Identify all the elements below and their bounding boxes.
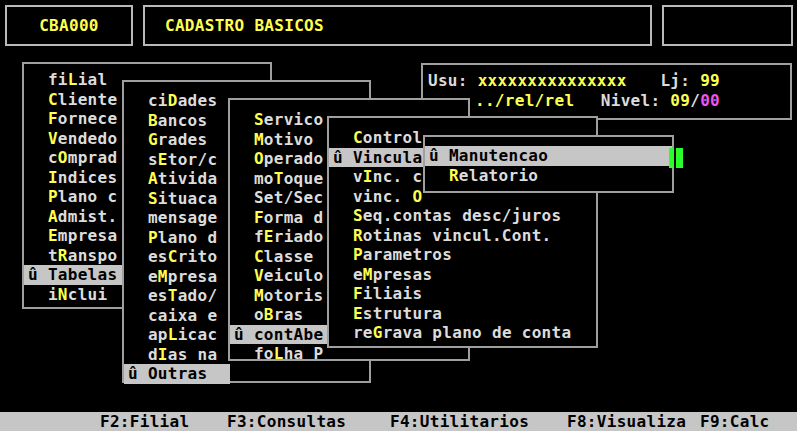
marker-space [128,228,148,247]
terminal-screen: CBA000 CADASTRO BASICOS Usu: xxxxxxxxxxx… [0,0,797,431]
marker-space [429,166,449,185]
menu-item-label: fiLial [48,70,108,89]
marker-space [128,286,148,305]
menu-item-label: sEtor/c [148,150,218,169]
menu-item[interactable]: Filiais [329,284,596,304]
marker-space [128,111,148,130]
menu-item-label: eMpresa [148,267,218,286]
menu-item-selected[interactable]: û Tabelas [24,265,122,285]
menu-item-label: Admist. [48,207,118,226]
hotkey-letter: L [274,344,284,363]
menu-item-selected[interactable]: û contAbe [230,325,329,345]
menu-item[interactable]: Estrutura [329,304,596,324]
marker-space [333,323,353,342]
page-title: CADASTRO BASICOS [165,16,324,35]
marker-space [234,286,254,305]
fkey-f9[interactable]: F9:Calc [700,412,770,431]
hotkey-letter: A [48,207,58,226]
store-field: Lj: 99 [660,71,720,91]
marker-space [128,325,148,344]
marker-space [234,130,254,149]
menu-item-selected[interactable]: û Outras [124,364,230,384]
menu-item-label: Tabelas [48,265,118,284]
marker-space [28,226,48,245]
hotkey-letter: C [353,128,363,147]
fkey-f3[interactable]: F3:Consultas [227,412,346,431]
hotkey-letter: F [353,284,363,303]
marker-space [333,245,353,264]
hotkey-letter: P [353,245,363,264]
marker-space [234,266,254,285]
marker-space [28,207,48,226]
menu-item-label: moToque [254,169,324,188]
hotkey-letter: T [274,169,284,188]
hotkey-letter: C [168,247,178,266]
menu-item-label: Set/Sec [254,188,324,207]
menu-item[interactable]: Parametros [329,245,596,265]
hotkey-letter: B [264,305,274,324]
hotkey-letter: G [373,323,383,342]
hotkey-letter: V [254,266,264,285]
menu-item[interactable]: reGrava plano de conta [329,323,596,343]
menu-item[interactable]: Relatorio [425,166,672,186]
hotkey-letter: P [48,187,58,206]
marker-space [333,206,353,225]
hotkey-letter: E [48,226,58,245]
hotkey-letter: M [254,286,264,305]
marker-space [234,208,254,227]
user-value: xxxxxxxxxxxxxxx [478,71,627,90]
marker-space [333,226,353,245]
menu-vincula-window: û Manutencao Relatorio [423,135,674,193]
marker-space [234,149,254,168]
submenu-marker: û [28,265,48,284]
menu-item-label: Outras [148,364,208,383]
hotkey-letter: G [148,130,158,149]
menu-item[interactable]: eMpresas [329,265,596,285]
menu-item-label: esTado/ [148,286,218,305]
marker-space [333,167,353,186]
hotkey-letter: B [148,111,158,130]
marker-space [234,169,254,188]
marker-space [128,247,148,266]
hotkey-letter: T [168,286,178,305]
submenu-marker: û [333,148,353,167]
hotkey-letter: I [158,345,168,364]
marker-space [333,187,353,206]
marker-space [234,188,254,207]
marker-space [28,246,48,265]
marker-space [234,247,254,266]
menu-item-label: mensage [148,208,218,227]
hotkey-letter: O [254,149,264,168]
menu-item-label: Ativida [148,169,218,188]
menu-item-label: Parametros [353,245,452,264]
menu-item-label: cOmprad [48,148,118,167]
menu-item-label: reGrava plano de conta [353,323,572,342]
marker-space [333,284,353,303]
fkey-f8[interactable]: F8:Visualiza [567,412,686,431]
fkey-f2[interactable]: F2:Filial [100,412,189,431]
menu-item-selected[interactable]: û Manutencao [425,146,672,166]
hotkey-letter: S [148,189,158,208]
hotkey-letter: E [353,304,363,323]
menu-item-label: ciDades [148,91,218,110]
session-info-box: Usu: xxxxxxxxxxxxxxx Lj: 99 ../rel/rel N… [421,63,792,120]
menu-item-label: Cliente [48,90,118,109]
menu-item-label: eMpresas [353,265,432,284]
fkey-f4[interactable]: F4:Utilitarios [390,412,529,431]
store-value: 99 [700,71,720,90]
hotkey-letter: R [58,246,68,265]
menu-item-label: iNclui [48,285,108,304]
menu-item[interactable]: Rotinas vincul.Cont. [329,226,596,246]
screen-title-box: CADASTRO BASICOS [143,5,652,46]
scrollbar-thumb [669,148,674,168]
hotkey-letter: O [58,148,68,167]
hotkey-letter: L [168,325,178,344]
marker-space [28,168,48,187]
hotkey-letter: P [148,228,158,247]
hotkey-letter: E [158,150,168,169]
hotkey-letter: C [48,90,58,109]
menu-item[interactable]: Seq.contas desc/juros [329,206,596,226]
menu-item-label: Vincula [353,148,423,167]
marker-space [333,304,353,323]
marker-space [128,189,148,208]
